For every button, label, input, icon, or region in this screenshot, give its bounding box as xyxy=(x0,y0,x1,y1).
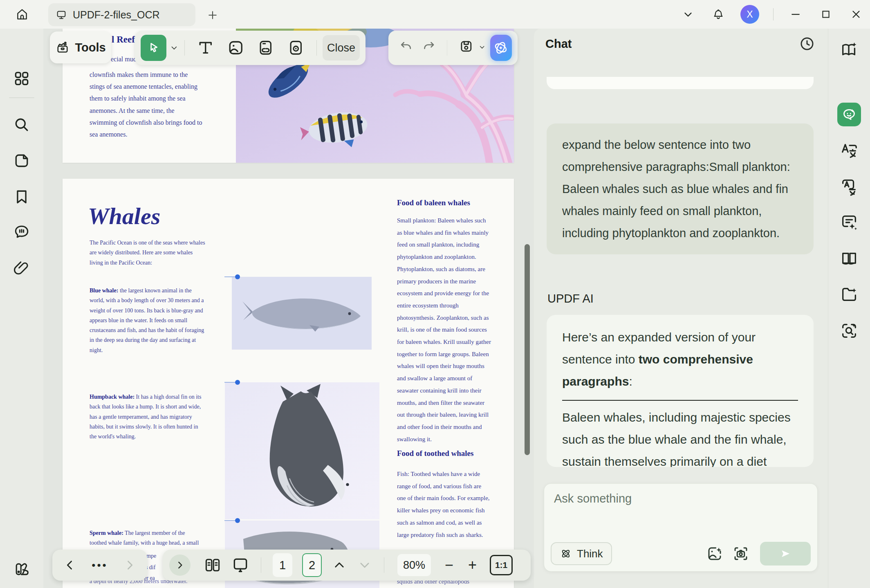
save-options-chevron-icon[interactable] xyxy=(478,43,486,52)
selection-handle[interactable] xyxy=(235,380,240,385)
send-icon xyxy=(779,548,792,560)
selection-handle[interactable] xyxy=(235,274,240,279)
ai-chat-smiley-icon xyxy=(841,106,857,123)
chat-history-icon[interactable] xyxy=(798,35,816,52)
page2-intro: The Pacific Ocean is one of the seas whe… xyxy=(90,238,212,268)
cursor-icon xyxy=(147,41,161,55)
theme-palette-icon[interactable] xyxy=(13,560,31,578)
zoom-in-button[interactable]: + xyxy=(468,557,477,574)
page2-title: Whales xyxy=(88,202,160,230)
new-tab-button[interactable] xyxy=(204,7,221,23)
monitor-icon xyxy=(56,9,67,20)
close-edit-button[interactable]: Close xyxy=(323,35,360,61)
history-save-toolbar xyxy=(388,31,518,65)
ai-response-body: Baleen whales, including majestic specie… xyxy=(562,406,798,467)
sperm-whale-label: Sperm whale: xyxy=(90,530,123,536)
tab-list-chevron[interactable] xyxy=(680,6,696,22)
next-page-chevron-icon[interactable] xyxy=(358,558,372,572)
page-view-icon[interactable] xyxy=(13,152,31,170)
more-pages-button[interactable]: ••• xyxy=(92,559,108,572)
ai-response-bubble: Here’s an expanded version of your sente… xyxy=(547,315,814,467)
select-tool-chevron-icon[interactable] xyxy=(170,43,179,52)
ai-chat-panel: Chat expand the below sentence into two … xyxy=(534,29,828,588)
atom-icon xyxy=(560,548,572,560)
actual-size-button[interactable]: 1:1 xyxy=(490,555,513,575)
translate-icon[interactable] xyxy=(840,141,859,160)
attachment-icon[interactable] xyxy=(13,259,31,277)
humpback-whale-label: Humpback whale: xyxy=(90,394,135,400)
select-tool-button[interactable] xyxy=(141,35,166,61)
minimize-button[interactable] xyxy=(787,6,804,22)
selection-guide-line xyxy=(224,382,236,383)
sidebar-divider xyxy=(9,97,34,98)
image-tool-icon[interactable] xyxy=(227,39,245,57)
ai-response-divider xyxy=(562,400,798,401)
expand-panel-button[interactable] xyxy=(169,554,191,576)
chat-input[interactable] xyxy=(544,484,817,532)
toolbar-divider xyxy=(384,557,384,573)
maximize-button[interactable] xyxy=(818,6,834,22)
link-tool-icon[interactable] xyxy=(257,39,275,57)
blue-whale-image[interactable] xyxy=(232,277,372,350)
chat-input-toolbar: Think xyxy=(551,542,811,566)
attach-image-sparkle-icon[interactable] xyxy=(706,545,723,562)
selection-guide-line xyxy=(224,276,236,277)
chat-header: Chat xyxy=(534,29,828,59)
previous-page-chevron-icon[interactable] xyxy=(332,558,346,572)
notification-bell-icon[interactable] xyxy=(710,6,726,22)
document-scrollbar[interactable] xyxy=(525,244,530,455)
back-chevron-icon[interactable] xyxy=(63,558,77,572)
updf-ai-button[interactable] xyxy=(490,35,512,61)
translate-page-icon[interactable] xyxy=(840,177,859,196)
home-icon xyxy=(15,7,29,21)
ai-folder-icon[interactable] xyxy=(840,285,859,304)
ai-summarize-icon[interactable] xyxy=(840,213,859,232)
ai-chat-active-button[interactable] xyxy=(837,103,861,126)
humpback-whale-paragraph: Humpback whale: It has a high dorsal fin… xyxy=(90,392,212,442)
search-icon[interactable] xyxy=(13,116,31,134)
presentation-mode-icon[interactable] xyxy=(231,556,249,574)
blue-whale-label: Blue whale: xyxy=(90,287,118,294)
humpback-whale-image[interactable] xyxy=(225,382,379,519)
bookmark-icon[interactable] xyxy=(13,188,31,206)
page-thumbnails-icon[interactable] xyxy=(13,70,31,88)
baleen-food-paragraph: Small plankton: Baleen whales such as bl… xyxy=(397,215,520,445)
reader-book-icon[interactable] xyxy=(840,249,859,268)
user-message-bubble: expand the below sentence into two compr… xyxy=(547,123,814,254)
send-button[interactable] xyxy=(760,542,811,566)
save-icon[interactable] xyxy=(459,39,474,57)
ai-sender-name: UPDF AI xyxy=(547,292,594,305)
zoom-out-button[interactable]: − xyxy=(445,557,453,574)
text-tool-icon[interactable] xyxy=(197,39,215,57)
selection-handle[interactable] xyxy=(235,518,240,523)
previous-message-bubble xyxy=(547,77,814,89)
tools-label: Tools xyxy=(75,41,105,54)
undo-icon[interactable] xyxy=(399,40,413,56)
document-viewport[interactable]: l Reef ecial muc clownfish makes them im… xyxy=(43,29,534,588)
home-button[interactable] xyxy=(11,4,33,25)
two-page-view-icon[interactable] xyxy=(204,556,222,574)
screenshot-camera-icon[interactable] xyxy=(732,545,749,562)
updf-ai-logo-icon xyxy=(492,39,509,56)
page1-heading-fragment: l Reef xyxy=(112,34,135,45)
think-toggle-button[interactable]: Think xyxy=(551,542,612,565)
zoom-level-display[interactable]: 80% xyxy=(397,554,431,576)
chat-title: Chat xyxy=(545,37,572,51)
forward-chevron-icon[interactable] xyxy=(123,558,137,572)
page-pin-tool-icon[interactable] xyxy=(287,39,305,57)
toolbox-icon xyxy=(55,40,70,55)
ai-tools-sidebar xyxy=(828,29,870,588)
user-avatar[interactable]: X xyxy=(740,5,759,24)
page-history-bar: ••• xyxy=(52,550,147,581)
redo-icon[interactable] xyxy=(422,40,436,56)
tools-button[interactable]: Tools xyxy=(50,31,111,63)
page-2-thumbnail-button[interactable]: 2 xyxy=(302,553,322,577)
page-1-thumbnail-button[interactable]: 1 xyxy=(273,553,292,577)
comments-icon[interactable] xyxy=(13,223,31,241)
ai-search-icon[interactable] xyxy=(840,321,859,340)
read-summary-icon[interactable] xyxy=(840,40,859,59)
page1-text-fragment: ecial muc xyxy=(111,56,136,63)
close-window-button[interactable] xyxy=(848,6,864,22)
document-tab[interactable]: UPDF-2-files_OCR xyxy=(48,3,195,26)
pdf-page-2[interactable]: Whales The Pacific Ocean is one of the s… xyxy=(63,179,514,588)
